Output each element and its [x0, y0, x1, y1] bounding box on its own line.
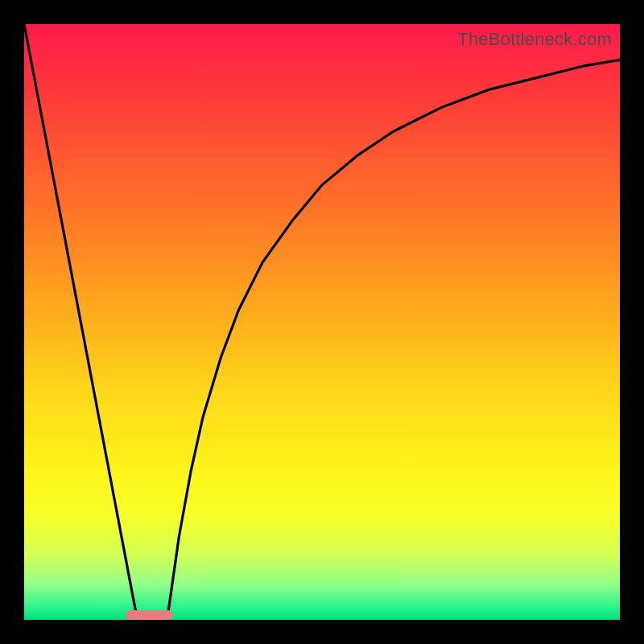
bottom-marker-pill [126, 610, 173, 620]
curve-left-line [24, 24, 138, 620]
curve-layer [24, 24, 620, 620]
plot-area: TheBottleneck.com [24, 24, 620, 620]
curve-right-arc [167, 60, 620, 620]
chart-frame: TheBottleneck.com [0, 0, 644, 644]
